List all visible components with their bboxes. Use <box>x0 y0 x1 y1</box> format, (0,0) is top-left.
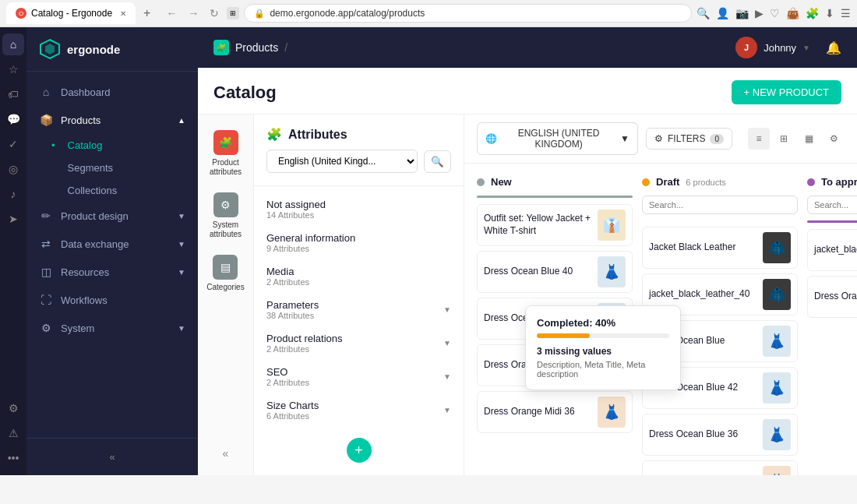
card-dress-orange-38-img: 👗 <box>763 466 791 475</box>
forward-btn[interactable]: → <box>185 5 202 21</box>
attr-count-media: 2 Attributes <box>266 277 451 287</box>
kanban-card-outfit[interactable]: Outfit set: Yellow Jacket + White T-shir… <box>477 204 633 246</box>
card-dress-ocean-36-name: Dress Ocean Blue 36 <box>649 428 756 441</box>
sidebar-item-resources[interactable]: ◫ Resources ▼ <box>26 258 198 286</box>
system-label: System <box>61 322 94 334</box>
sidebar-icon-settings[interactable]: ⚙ <box>2 397 24 419</box>
svg-marker-1 <box>45 44 55 55</box>
sidebar-icon-tiktok[interactable]: ♪ <box>2 183 24 205</box>
attr-search-button[interactable]: 🔍 <box>424 150 451 173</box>
filter-label: FILTERS <box>668 133 705 144</box>
extensions-icon[interactable]: 🔍 <box>697 7 710 19</box>
categories-icon: ▤ <box>213 255 238 280</box>
sidebar-collapse-btn[interactable]: « <box>26 445 198 469</box>
sidebar-icon-star[interactable]: ☆ <box>2 58 24 80</box>
card-dress-ocean-40-img: 👗 <box>598 256 626 287</box>
attr-item-general-info[interactable]: General information 9 Attributes <box>254 226 464 259</box>
tab-close-btn[interactable]: ✕ <box>120 9 126 18</box>
grid-btn[interactable]: ⊞ <box>227 7 239 19</box>
list-view-icon[interactable]: ≡ <box>748 128 770 150</box>
breadcrumb-sep: / <box>284 41 287 54</box>
catalog-label: Catalog <box>68 139 103 151</box>
attr-title-icon: 🧩 <box>266 127 282 142</box>
sidebar-icon-tag[interactable]: 🏷 <box>2 83 24 105</box>
system-icon: ⚙ <box>39 321 53 335</box>
kanban-card-dress-ocean-40[interactable]: Dress Ocean Blue 40 👗 <box>477 251 633 293</box>
attr-item-parameters[interactable]: Parameters 38 Attributes ▼ <box>254 293 464 326</box>
parameters-expand-icon: ▼ <box>443 305 451 314</box>
kanban-card-dress-orange-38[interactable]: Dress Orange Midi 38 👗 <box>642 460 798 475</box>
heart-icon[interactable]: ♡ <box>770 7 780 19</box>
address-bar[interactable]: 🔒 demo.ergonode.app/catalog/products <box>244 4 692 23</box>
lang-chevron: ▼ <box>620 133 630 144</box>
account-icon[interactable]: 👤 <box>716 7 729 19</box>
back-btn[interactable]: ← <box>163 5 180 21</box>
new-tab-btn[interactable]: + <box>143 6 150 20</box>
strip-collapse-btn[interactable]: « <box>217 441 235 466</box>
products-icon: 📦 <box>39 113 53 127</box>
attr-expandable-product-relations: Product relations 2 Attributes ▼ <box>266 333 451 354</box>
user-menu[interactable]: J Johnny ▼ <box>735 37 810 58</box>
camera-icon[interactable]: 📷 <box>735 7 749 19</box>
notifications-bell[interactable]: 🔔 <box>826 41 841 55</box>
to-approve-search-input[interactable] <box>807 196 857 214</box>
sidebar-item-workflows[interactable]: ⛶ Workflows <box>26 286 198 314</box>
cat-system-attrs[interactable]: ⚙ System attributes <box>198 186 253 245</box>
new-product-button[interactable]: + NEW PRODUCT <box>732 80 841 104</box>
user-avatar: J <box>735 37 757 58</box>
to-approve-col-dot <box>807 178 815 186</box>
attr-item-size-charts[interactable]: Size Charts 6 Attributes ▼ <box>254 393 464 425</box>
sidebar-item-segments[interactable]: Segments <box>26 157 198 179</box>
product-design-arrow: ▼ <box>178 212 185 220</box>
puzzle-icon[interactable]: 🧩 <box>806 7 819 19</box>
popup-progress-bg <box>537 333 669 338</box>
progress-popup[interactable]: Completed: 40% 3 missing values Descript… <box>525 305 681 390</box>
sidebar-icon-ig[interactable]: ◎ <box>2 158 24 180</box>
language-select-btn[interactable]: 🌐 ENGLISH (UNITED KINGDOM) ▼ <box>477 122 638 155</box>
attributes-panel: 🧩 Attributes English (United Kingd... 🔍 … <box>254 115 464 475</box>
reload-btn[interactable]: ↻ <box>206 5 222 21</box>
lang-select[interactable]: English (United Kingd... <box>266 150 418 173</box>
sidebar-item-collections[interactable]: Collections <box>26 179 198 202</box>
attr-item-seo[interactable]: SEO 2 Attributes ▼ <box>254 360 464 393</box>
grid-view-icon[interactable]: ⊞ <box>773 128 795 150</box>
kanban-card-jacket-black[interactable]: Jacket Black Leather 🧥 <box>642 227 798 269</box>
filter-btn[interactable]: ⚙ FILTERS 0 <box>646 128 732 150</box>
sidebar-item-catalog[interactable]: Catalog <box>26 134 198 157</box>
attr-search-row: English (United Kingd... 🔍 <box>266 150 451 173</box>
settings-view-icon[interactable]: ⚙ <box>823 128 845 150</box>
sidebar-item-system[interactable]: ⚙ System ▼ <box>26 314 198 342</box>
sidebar-icon-wa[interactable]: ✓ <box>2 133 24 155</box>
attr-item-media[interactable]: Media 2 Attributes <box>254 259 464 293</box>
draft-search-input[interactable] <box>642 196 798 214</box>
system-arrow: ▼ <box>178 324 185 333</box>
sidebar-item-product-design[interactable]: ✏ Product design ▼ <box>26 202 198 230</box>
attr-item-not-assigned[interactable]: Not assigned 14 Attributes <box>254 192 464 226</box>
sidebar-item-products[interactable]: 📦 Products ▲ <box>26 106 198 134</box>
attr-expandable-parameters: Parameters 38 Attributes ▼ <box>266 299 451 320</box>
attr-name-seo: SEO <box>266 366 309 378</box>
chart-view-icon[interactable]: ▦ <box>798 128 820 150</box>
cat-categories[interactable]: ▤ Categories <box>203 248 247 298</box>
sidebar-logo: ergonode <box>26 27 198 72</box>
kanban-card-jacket-38[interactable]: jacket_black_leather_38 🧥 <box>807 229 857 271</box>
sidebar-icon-dots[interactable]: ••• <box>2 447 24 469</box>
sidebar-icon-home[interactable]: ⌂ <box>2 33 24 55</box>
sidebar-icon-arrow[interactable]: ➤ <box>2 208 24 230</box>
download-icon[interactable]: ⬇ <box>825 7 834 19</box>
attr-add-button[interactable]: + <box>347 438 372 463</box>
sidebar-item-data-exchange[interactable]: ⇄ Data exchange ▼ <box>26 230 198 258</box>
kanban-card-dress-orange-midi[interactable]: Dress Orange Midi 👗 <box>807 276 857 318</box>
sidebar-item-dashboard[interactable]: ⌂ Dashboard <box>26 78 198 106</box>
kanban-card-dress-ocean-36[interactable]: Dress Ocean Blue 36 👗 <box>642 414 798 456</box>
cat-product-attrs[interactable]: 🧩 Product attributes <box>198 124 253 183</box>
wallet-icon[interactable]: 👜 <box>786 7 799 19</box>
sidebar-icon-alert[interactable]: ⚠ <box>2 422 24 444</box>
card-jacket-40-name: jacket_black_leather_40 <box>649 288 756 301</box>
menu-icon[interactable]: ☰ <box>841 7 851 19</box>
sidebar-icon-chat[interactable]: 💬 <box>2 108 24 130</box>
play-icon[interactable]: ▶ <box>755 7 764 19</box>
attr-count-seo: 2 Attributes <box>266 378 309 387</box>
kanban-card-dress-orange-36[interactable]: Dress Orange Midi 36 👗 <box>477 391 633 433</box>
attr-item-product-relations[interactable]: Product relations 2 Attributes ▼ <box>254 326 464 360</box>
